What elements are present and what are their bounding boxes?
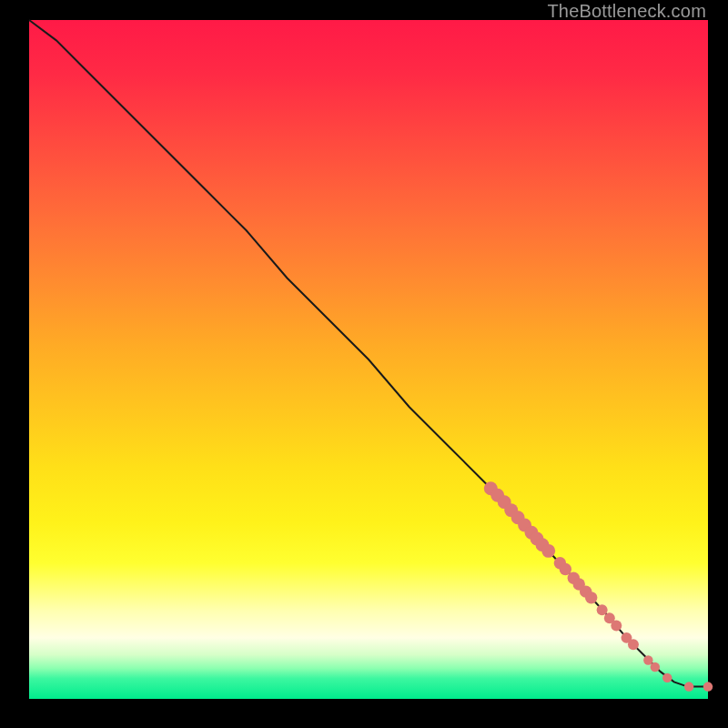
attribution-label: TheBottleneck.com xyxy=(547,1,706,22)
data-marker xyxy=(628,639,639,650)
data-marker xyxy=(703,682,713,691)
data-marker xyxy=(651,662,660,672)
data-marker xyxy=(597,604,608,615)
chart-frame: TheBottleneck.com xyxy=(0,0,728,728)
data-marker xyxy=(611,620,622,631)
data-marker xyxy=(541,544,555,558)
data-marker xyxy=(662,673,672,682)
marker-group xyxy=(484,481,713,692)
bottleneck-curve xyxy=(29,20,708,687)
data-marker xyxy=(684,682,693,691)
data-marker xyxy=(585,592,597,603)
data-marker xyxy=(643,655,652,664)
chart-overlay xyxy=(29,20,708,699)
